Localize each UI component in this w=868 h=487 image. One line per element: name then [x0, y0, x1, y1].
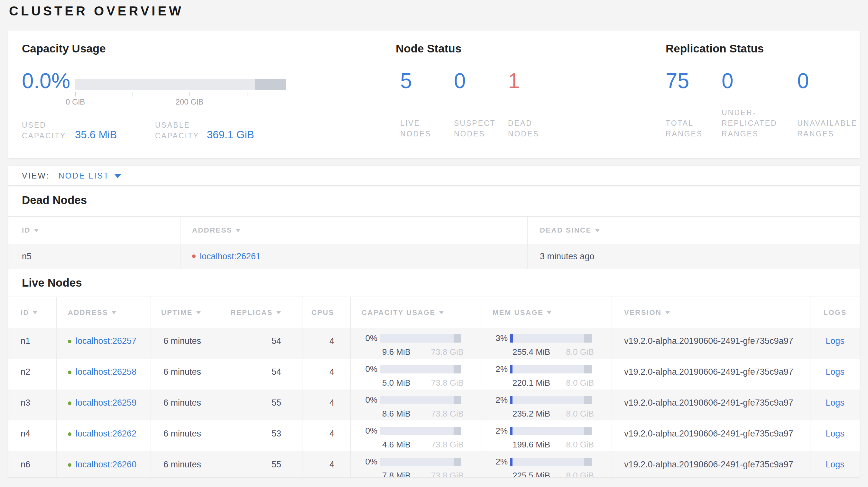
capacity-usage-cell: 0% 4.6 MiB 73.8 GiB: [350, 420, 480, 451]
replication-status-title: Replication Status: [665, 42, 764, 55]
node-status-section: Node Status 5 0 1 LIVE NODES SUSPECT NOD…: [396, 31, 653, 158]
under-replicated-ranges-count: 0: [722, 68, 734, 94]
table-row: n2 localhost:26258 6 minutes 54 4 0% 5.0…: [8, 359, 860, 390]
live-nodes-table: ID ADDRESS UPTIME REPLICAS CPUS CAPACITY…: [8, 297, 860, 477]
column-header-replicas[interactable]: REPLICAS: [222, 297, 302, 328]
sort-desc-icon: [196, 311, 201, 314]
replicas-value: 53: [272, 429, 281, 439]
mem-percent: 2%: [481, 426, 510, 436]
view-selected-value: NODE LIST: [58, 171, 110, 181]
node-id: n2: [21, 367, 30, 377]
version-value: v19.2.0-alpha.20190606-2491-gfe735c9a97: [624, 460, 793, 469]
mem-bar: [510, 365, 592, 374]
node-address-link[interactable]: localhost:26259: [75, 398, 136, 408]
live-nodes-title: Live Nodes: [8, 276, 860, 290]
capacity-percent: 0.0%: [22, 68, 70, 94]
live-nodes-header-row: ID ADDRESS UPTIME REPLICAS CPUS CAPACITY…: [8, 297, 860, 328]
mem-bar-reserved: [584, 396, 592, 404]
dead-status-icon: [192, 254, 196, 258]
node-address-link[interactable]: localhost:26262: [75, 429, 136, 439]
cpus-value: 4: [330, 460, 334, 469]
axis-tick-label: 0 GiB: [66, 97, 85, 106]
cpus-value: 4: [330, 429, 334, 439]
node-id: n3: [21, 398, 30, 408]
live-status-icon: [68, 463, 71, 467]
capacity-usage-cell: 0% 9.6 MiB 73.8 GiB: [350, 328, 480, 359]
used-capacity-value: 35.6 MiB: [75, 128, 117, 141]
mem-percent: 2%: [481, 457, 510, 467]
table-row: n4 localhost:26262 6 minutes 53 4 0% 4.6…: [8, 420, 860, 451]
axis-tick: [75, 92, 75, 97]
sort-desc-icon: [276, 311, 281, 314]
dead-since-value: 3 minutes ago: [540, 252, 594, 261]
table-row: n3 localhost:26259 6 minutes 55 4 0% 8.6…: [8, 390, 860, 420]
mem-usage-cell: 3% 255.4 MiB 8.0 GiB: [480, 328, 612, 359]
capacity-bar-reserved: [454, 396, 461, 404]
column-header-id[interactable]: ID: [8, 217, 180, 244]
node-id: n1: [21, 336, 30, 346]
sort-desc-icon: [32, 311, 38, 314]
column-header-dead-since[interactable]: DEAD SINCE: [527, 217, 860, 244]
column-header-capacity-usage[interactable]: CAPACITY USAGE: [350, 297, 480, 328]
live-nodes-count: 5: [400, 68, 412, 94]
uptime-value: 6 minutes: [163, 460, 201, 469]
node-address-link[interactable]: localhost:26261: [200, 252, 260, 261]
sort-desc-icon: [34, 229, 39, 232]
mem-total-value: 8.0 GiB: [566, 347, 594, 357]
column-header-address[interactable]: ADDRESS: [180, 217, 527, 244]
mem-used-value: 235.2 MiB: [513, 409, 550, 419]
mem-bar: [510, 396, 592, 404]
node-address-link[interactable]: localhost:26258: [75, 367, 136, 377]
capacity-usage-cell: 0% 5.0 MiB 73.8 GiB: [350, 359, 480, 390]
capacity-bar: [380, 427, 461, 435]
node-address-link[interactable]: localhost:26260: [75, 460, 136, 469]
axis-tick: [189, 92, 190, 97]
capacity-bar: [380, 458, 461, 466]
logs-link[interactable]: Logs: [826, 398, 844, 408]
dead-nodes-count: 1: [508, 68, 520, 94]
logs-link[interactable]: Logs: [826, 460, 844, 469]
cpus-value: 4: [330, 367, 334, 377]
view-selector-dropdown[interactable]: NODE LIST: [58, 171, 121, 181]
capacity-bar-reserved: [454, 458, 461, 466]
node-address-link[interactable]: localhost:26257: [75, 336, 136, 346]
capacity-percent: 0%: [351, 395, 380, 405]
column-header-id[interactable]: ID: [8, 297, 56, 328]
live-nodes-label: LIVE NODES: [400, 97, 431, 139]
capacity-total-value: 73.8 GiB: [431, 378, 464, 388]
cpus-value: 4: [330, 398, 334, 408]
column-header-uptime[interactable]: UPTIME: [151, 297, 222, 328]
capacity-bar: [380, 365, 461, 374]
dead-nodes-table: ID ADDRESS DEAD SINCE n5 localhost:26261…: [8, 216, 860, 269]
capacity-total-value: 73.8 GiB: [431, 470, 464, 477]
capacity-bar: [380, 334, 461, 343]
logs-link[interactable]: Logs: [826, 336, 844, 346]
capacity-bar-reserved: [454, 365, 461, 374]
total-ranges-count: 75: [665, 68, 689, 94]
mem-used-value: 220.1 MiB: [513, 378, 550, 388]
suspect-nodes-label: SUSPECT NODES: [454, 97, 496, 139]
sort-desc-icon: [595, 229, 600, 232]
dead-nodes-header-row: ID ADDRESS DEAD SINCE: [8, 217, 860, 244]
logs-link[interactable]: Logs: [826, 367, 844, 377]
live-status-icon: [68, 370, 71, 374]
sort-desc-icon: [439, 311, 444, 314]
used-capacity-label: USED CAPACITY: [22, 120, 66, 141]
node-id: n4: [21, 429, 30, 439]
usable-capacity-label: USABLE CAPACITY: [155, 120, 199, 141]
version-value: v19.2.0-alpha.20190606-2491-gfe735c9a97: [624, 398, 793, 408]
mem-total-value: 8.0 GiB: [566, 409, 594, 419]
capacity-gauge: 0 GiB 200 GiB: [75, 79, 286, 90]
mem-bar-fill: [510, 334, 513, 343]
view-bar: VIEW: NODE LIST: [8, 166, 860, 186]
logs-link[interactable]: Logs: [826, 429, 844, 439]
column-header-address[interactable]: ADDRESS: [56, 297, 151, 328]
capacity-used-value: 9.6 MiB: [382, 347, 410, 357]
replicas-value: 54: [272, 367, 281, 377]
mem-percent: 2%: [481, 364, 510, 374]
column-header-version[interactable]: VERSION: [612, 297, 810, 328]
mem-bar: [510, 427, 592, 435]
capacity-used-value: 5.0 MiB: [382, 378, 410, 388]
table-row: n5 localhost:26261 3 minutes ago: [8, 244, 860, 269]
column-header-mem-usage[interactable]: MEM USAGE: [480, 297, 612, 328]
